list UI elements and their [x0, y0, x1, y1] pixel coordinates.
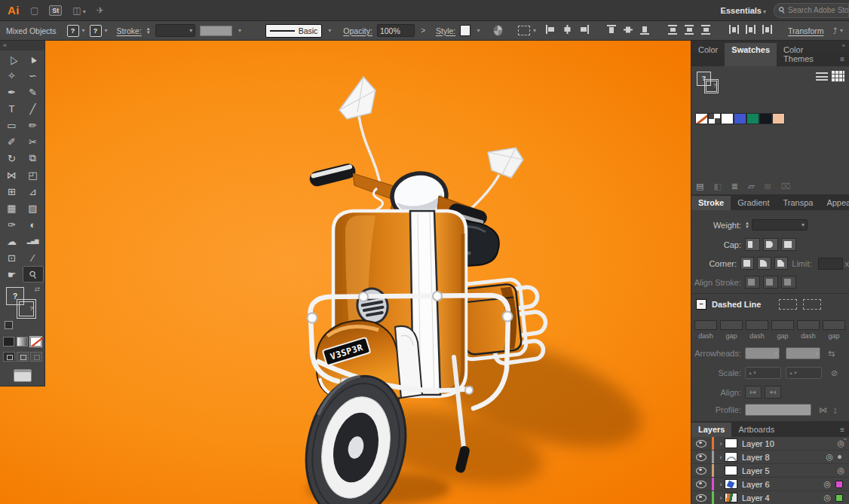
layer-name[interactable]: Layer 4 — [742, 493, 823, 502]
perspective-grid-tool[interactable]: ⊿ — [23, 183, 44, 200]
align-vertical-top-icon[interactable] — [606, 24, 618, 37]
tab-color[interactable]: Color — [691, 43, 725, 66]
dash-field-1[interactable] — [720, 320, 743, 330]
tab-layers[interactable]: Layers — [691, 423, 731, 437]
pen-tool[interactable]: ✒ — [2, 84, 23, 100]
graphic-style-swatch[interactable] — [460, 25, 470, 36]
align-horizontal-right-icon[interactable] — [578, 24, 590, 37]
brush-definition-dropdown[interactable]: Basic — [265, 24, 322, 38]
gradient-tool[interactable]: ▨ — [23, 200, 44, 216]
opacity-field[interactable]: 100% — [377, 24, 415, 37]
mesh-tool[interactable]: ▦ — [2, 200, 23, 216]
dash-field-4[interactable] — [797, 320, 820, 330]
new-color-group-icon[interactable]: ▱ — [748, 182, 754, 191]
expand-arrow-icon[interactable]: › — [717, 481, 725, 488]
arrowhead-start-dropdown[interactable]: ▾ — [745, 347, 780, 359]
new-swatch-icon[interactable]: ⊞ — [765, 182, 771, 191]
visibility-eye-icon[interactable] — [696, 467, 706, 475]
dash-field-0[interactable] — [694, 320, 717, 330]
swatch-libraries-icon[interactable]: ▤ — [696, 182, 703, 191]
shaper-tool[interactable]: ✐ — [2, 133, 23, 150]
type-tool[interactable]: T — [2, 100, 23, 117]
layer-name[interactable]: Layer 5 — [742, 466, 837, 475]
align-horizontal-left-icon[interactable] — [545, 24, 556, 37]
paintbrush-tool[interactable]: ✏ — [23, 117, 44, 133]
eyedropper-tool[interactable]: ✑ — [2, 216, 23, 233]
artboard-tool[interactable]: ⊡ — [2, 249, 23, 266]
expand-arrow-icon[interactable]: › — [717, 440, 725, 447]
artboard-canvas[interactable]: V3SP3R — [0, 41, 691, 504]
target-circle-icon[interactable]: ◎ — [837, 438, 844, 448]
swatch-peach[interactable] — [772, 113, 785, 124]
align-stroke-inside-button[interactable] — [763, 276, 778, 289]
visibility-eye-icon[interactable] — [696, 481, 706, 488]
color-button[interactable] — [3, 337, 14, 347]
swatches-stroke-proxy[interactable]: ? — [704, 79, 719, 93]
layer-name[interactable]: Layer 6 — [742, 480, 823, 489]
hand-tool[interactable]: ☛ — [2, 266, 23, 283]
isolate-selection-control[interactable]: ⤴ ▾ — [832, 26, 843, 35]
panel-menu-icon[interactable]: ≡ — [835, 426, 849, 437]
tab-appeara[interactable]: Appeara — [820, 196, 849, 210]
tab-artboards[interactable]: Artboards — [731, 423, 781, 437]
opacity-label[interactable]: Opacity: — [343, 26, 372, 35]
weight-stepper[interactable]: ▲▼ — [745, 221, 749, 229]
expand-arrow-icon[interactable]: › — [717, 454, 725, 461]
visibility-eye-icon[interactable] — [696, 494, 706, 502]
tab-gradient[interactable]: Gradient — [731, 196, 776, 210]
layer-row[interactable]: ›Layer 6◎ — [691, 478, 849, 491]
distribute-horizontal-center-icon[interactable] — [745, 24, 756, 37]
distribute-horizontal-right-icon[interactable] — [762, 24, 773, 37]
dash-field-2[interactable] — [746, 320, 768, 330]
zoom-tool[interactable]: ⚲ — [23, 266, 44, 283]
swatch-options-icon[interactable]: ≣ — [731, 182, 738, 191]
transform-link[interactable]: Transform — [788, 26, 823, 35]
flip-across-icon[interactable]: ↨ — [833, 405, 838, 414]
tab-stroke[interactable]: Stroke — [691, 196, 731, 210]
dashed-line-checkbox[interactable]: – — [696, 299, 706, 310]
stroke-color-control[interactable]: ?▾ — [90, 25, 108, 37]
style-label[interactable]: Style: — [436, 26, 455, 35]
scale-start-field[interactable]: ▲▼ — [745, 367, 781, 379]
align-arrow-extend-button[interactable]: ↦ — [745, 386, 762, 399]
flip-along-icon[interactable]: ⋈ — [819, 405, 827, 415]
target-circle-icon[interactable]: ◎ — [823, 479, 831, 489]
rotate-tool[interactable]: ↻ — [2, 150, 23, 166]
curvature-tool[interactable]: ✎ — [23, 84, 44, 100]
align-stroke-outside-button[interactable] — [781, 276, 796, 289]
toolbar-collapse-icon[interactable]: « — [0, 41, 44, 50]
align-vertical-bottom-icon[interactable] — [639, 24, 651, 37]
distribute-vertical-bottom-icon[interactable] — [700, 24, 712, 37]
layer-row[interactable]: ›Layer 10◎ — [691, 437, 849, 451]
grid-view-icon[interactable] — [832, 71, 844, 82]
cap-butt-button[interactable] — [745, 238, 760, 251]
scissors-tool[interactable]: ✂ — [23, 133, 44, 150]
target-circle-icon[interactable]: ◎ — [826, 452, 833, 462]
swatch-green[interactable] — [746, 113, 759, 124]
tab-color-themes[interactable]: Color Themes — [777, 43, 835, 66]
scale-tool[interactable]: ⧉ — [23, 150, 44, 166]
swap-arrowheads-icon[interactable]: ⇆ — [828, 349, 835, 359]
profile-dropdown[interactable]: ▾ — [745, 404, 811, 416]
symbol-sprayer-tool[interactable]: ☁ — [2, 233, 23, 249]
target-circle-icon[interactable]: ◎ — [837, 466, 844, 475]
direct-selection-tool[interactable]: ▲ — [23, 50, 44, 67]
distribute-horizontal-left-icon[interactable] — [728, 24, 740, 37]
tab-swatches[interactable]: Swatches — [725, 43, 777, 66]
delete-swatch-icon[interactable]: ⌧ — [781, 182, 791, 191]
adobe-stock-badge[interactable]: St — [49, 5, 62, 16]
slice-tool[interactable]: ∕ — [23, 249, 44, 266]
free-transform-tool[interactable]: ◰ — [23, 166, 44, 183]
arrowhead-end-dropdown[interactable]: ▾ — [786, 347, 820, 359]
search-input[interactable]: ⚲ Search Adobe Stock — [774, 3, 849, 18]
blend-tool[interactable]: ◐ — [23, 216, 44, 233]
stroke-proxy-box[interactable]: ? — [17, 299, 36, 319]
layout-switcher[interactable]: ◫▾ — [72, 5, 85, 16]
graph-tool[interactable]: ▂▄▆ — [23, 233, 44, 249]
visibility-eye-icon[interactable] — [696, 440, 706, 447]
workspace-switcher[interactable]: Essentials▾ — [721, 6, 766, 15]
limit-field[interactable] — [818, 258, 843, 270]
screen-mode-button[interactable] — [14, 369, 32, 382]
draw-behind-button[interactable] — [17, 352, 29, 362]
link-scale-icon[interactable]: ⊘ — [831, 368, 838, 378]
